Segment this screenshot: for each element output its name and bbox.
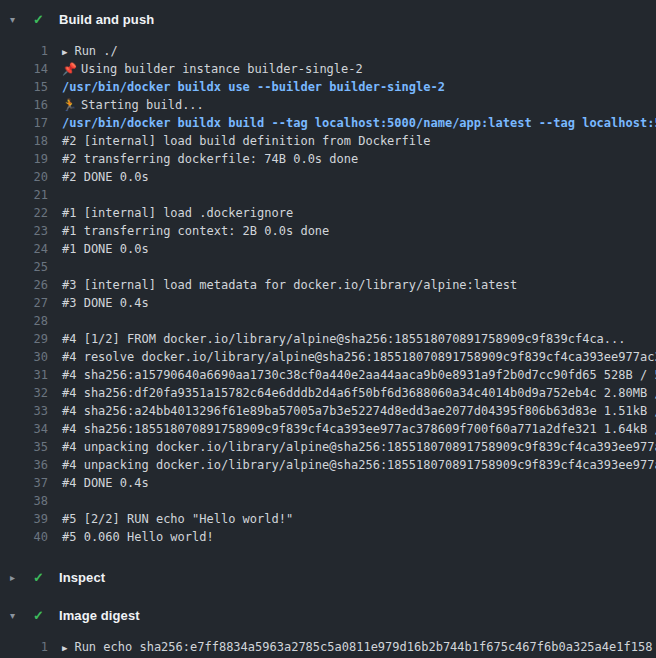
log-text: #4 sha256:a24bb4013296f61e89ba57005a7b3e… (48, 402, 656, 420)
line-number[interactable]: 38 (0, 492, 48, 510)
log-line: 23#1 transferring context: 2B 0.0s done (0, 222, 656, 240)
line-number[interactable]: 39 (0, 510, 48, 528)
line-number[interactable]: 36 (0, 456, 48, 474)
line-number[interactable]: 1 (0, 42, 48, 60)
log-line: 19#2 transferring dockerfile: 74B 0.0s d… (0, 150, 656, 168)
log-line: 38 (0, 492, 656, 510)
log-line: 32#4 sha256:df20fa9351a15782c64e6dddb2d4… (0, 384, 656, 402)
line-number[interactable]: 22 (0, 204, 48, 222)
line-number[interactable]: 16 (0, 96, 48, 114)
actions-log-viewer: ▾ ✓ Build and push 1▶Run ./14📌Using buil… (0, 0, 656, 658)
expand-run-icon[interactable]: ▶ (62, 43, 67, 60)
chevron-down-icon[interactable]: ▾ (10, 14, 26, 25)
line-number[interactable]: 34 (0, 420, 48, 438)
log-text: #5 [2/2] RUN echo "Hello world!" (48, 510, 656, 528)
log-text: 📌Using builder instance builder-single-2 (48, 60, 656, 78)
line-number[interactable]: 25 (0, 258, 48, 276)
runner-icon: 🏃 (62, 98, 77, 112)
line-number[interactable]: 27 (0, 294, 48, 312)
line-number[interactable]: 20 (0, 168, 48, 186)
log-text: #3 DONE 0.4s (48, 294, 656, 312)
check-icon: ✓ (33, 12, 49, 27)
log-text: #4 unpacking docker.io/library/alpine@sh… (48, 438, 656, 456)
log-line: 25 (0, 258, 656, 276)
log-line: 35#4 unpacking docker.io/library/alpine@… (0, 438, 656, 456)
line-number[interactable]: 15 (0, 78, 48, 96)
log-text: #4 sha256:df20fa9351a15782c64e6dddb2d4a6… (48, 384, 656, 402)
log-line: 16🏃Starting build... (0, 96, 656, 114)
section-inspect: ▸ ✓ Inspect (0, 558, 656, 596)
log-line: 17/usr/bin/docker buildx build --tag loc… (0, 114, 656, 132)
line-number[interactable]: 17 (0, 114, 48, 132)
line-number[interactable]: 18 (0, 132, 48, 150)
line-number[interactable]: 40 (0, 528, 48, 546)
log-line: 34#4 sha256:185518070891758909c9f839cf4c… (0, 420, 656, 438)
log-line: 24#1 DONE 0.0s (0, 240, 656, 258)
log-line: 36#4 unpacking docker.io/library/alpine@… (0, 456, 656, 474)
chevron-right-icon[interactable]: ▸ (10, 572, 26, 583)
section-image-digest: ▾ ✓ Image digest 1▶Run echo sha256:e7ff8… (0, 596, 656, 658)
log-text[interactable]: ▶Run echo sha256:e7ff8834a5963a2785c5a08… (48, 638, 656, 656)
line-number[interactable]: 14 (0, 60, 48, 78)
log-line: 20#2 DONE 0.0s (0, 168, 656, 186)
log-text: #5 0.060 Hello world! (48, 528, 656, 546)
log-line: 28 (0, 312, 656, 330)
log-text: 🏃Starting build... (48, 96, 656, 114)
line-number[interactable]: 31 (0, 366, 48, 384)
log-line: 27#3 DONE 0.4s (0, 294, 656, 312)
log-text: #4 unpacking docker.io/library/alpine@sh… (48, 456, 656, 474)
expand-run-icon[interactable]: ▶ (62, 639, 67, 656)
log-text (48, 312, 656, 330)
log-line: 15/usr/bin/docker buildx use --builder b… (0, 78, 656, 96)
log-line: 29#4 [1/2] FROM docker.io/library/alpine… (0, 330, 656, 348)
section-title: Image digest (59, 608, 140, 623)
line-number[interactable]: 19 (0, 150, 48, 168)
chevron-down-icon[interactable]: ▾ (10, 610, 26, 621)
log-line: 37#4 DONE 0.4s (0, 474, 656, 492)
command-text: /usr/bin/docker buildx build --tag local… (48, 114, 656, 132)
log-text: #1 transferring context: 2B 0.0s done (48, 222, 656, 240)
line-number[interactable]: 28 (0, 312, 48, 330)
log-line: 30#4 resolve docker.io/library/alpine@sh… (0, 348, 656, 366)
log-build-and-push: 1▶Run ./14📌Using builder instance builde… (0, 38, 656, 558)
line-number[interactable]: 26 (0, 276, 48, 294)
line-number[interactable]: 29 (0, 330, 48, 348)
line-number[interactable]: 32 (0, 384, 48, 402)
pushpin-icon: 📌 (62, 62, 77, 76)
line-number[interactable]: 1 (0, 638, 48, 656)
log-text: #4 sha256:a15790640a6690aa1730c38cf0a440… (48, 366, 656, 384)
log-line: 31#4 sha256:a15790640a6690aa1730c38cf0a4… (0, 366, 656, 384)
log-image-digest: 1▶Run echo sha256:e7ff8834a5963a2785c5a0… (0, 634, 656, 658)
log-line: 33#4 sha256:a24bb4013296f61e89ba57005a7b… (0, 402, 656, 420)
line-number[interactable]: 24 (0, 240, 48, 258)
section-title: Inspect (59, 570, 105, 585)
line-number[interactable]: 23 (0, 222, 48, 240)
log-text[interactable]: ▶Run ./ (48, 42, 656, 60)
log-line: 1▶Run echo sha256:e7ff8834a5963a2785c5a0… (0, 638, 656, 656)
check-icon: ✓ (33, 570, 49, 585)
section-header-build-and-push[interactable]: ▾ ✓ Build and push (0, 0, 656, 38)
log-line: 39#5 [2/2] RUN echo "Hello world!" (0, 510, 656, 528)
log-line: 1▶Run ./ (0, 42, 656, 60)
command-text: /usr/bin/docker buildx use --builder bui… (48, 78, 656, 96)
section-title: Build and push (59, 12, 154, 27)
log-text (48, 186, 656, 204)
log-text: #3 [internal] load metadata for docker.i… (48, 276, 656, 294)
line-number[interactable]: 37 (0, 474, 48, 492)
line-number[interactable]: 33 (0, 402, 48, 420)
section-header-inspect[interactable]: ▸ ✓ Inspect (0, 558, 656, 596)
section-header-image-digest[interactable]: ▾ ✓ Image digest (0, 596, 656, 634)
log-line: 14📌Using builder instance builder-single… (0, 60, 656, 78)
log-text (48, 492, 656, 510)
log-text: #2 [internal] load build definition from… (48, 132, 656, 150)
log-text: #2 transferring dockerfile: 74B 0.0s don… (48, 150, 656, 168)
line-number[interactable]: 35 (0, 438, 48, 456)
log-line: 26#3 [internal] load metadata for docker… (0, 276, 656, 294)
log-line: 40#5 0.060 Hello world! (0, 528, 656, 546)
log-text: #1 [internal] load .dockerignore (48, 204, 656, 222)
line-number[interactable]: 30 (0, 348, 48, 366)
log-text: #4 DONE 0.4s (48, 474, 656, 492)
section-build-and-push: ▾ ✓ Build and push 1▶Run ./14📌Using buil… (0, 0, 656, 558)
check-icon: ✓ (33, 608, 49, 623)
line-number[interactable]: 21 (0, 186, 48, 204)
